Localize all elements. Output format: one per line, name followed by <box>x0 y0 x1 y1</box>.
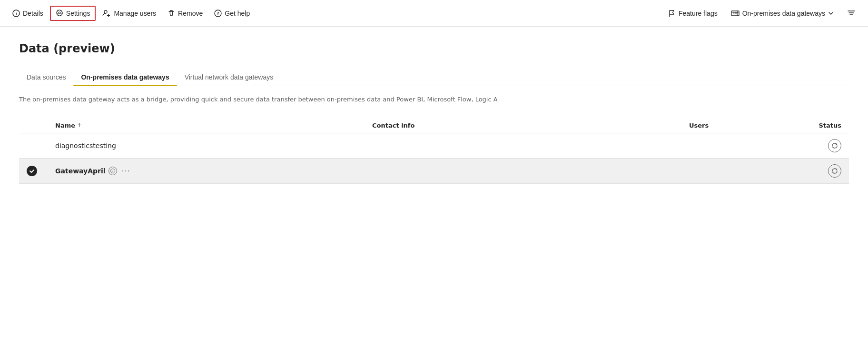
chevron-down-icon <box>828 10 834 16</box>
toolbar-right: Feature flags On-premises data gateways <box>663 7 860 20</box>
filter-button[interactable] <box>842 7 860 20</box>
svg-rect-6 <box>731 11 739 16</box>
refresh-icon <box>828 139 841 152</box>
filter-icon <box>847 10 856 17</box>
table-row[interactable]: diagnosticstesting <box>19 133 849 159</box>
settings-icon <box>56 10 63 17</box>
remove-icon <box>168 10 175 17</box>
col-users: Users <box>689 122 784 129</box>
sort-arrow: ↑ <box>77 122 81 129</box>
page-title: Data (preview) <box>19 42 849 55</box>
svg-text:i: i <box>112 170 113 173</box>
details-label: Details <box>23 10 43 17</box>
svg-text:?: ? <box>217 11 219 16</box>
settings-button[interactable]: Settings <box>50 6 96 21</box>
get-help-button[interactable]: ? Get help <box>209 7 255 20</box>
tabs-container: Data sources On-premises data gateways V… <box>19 69 849 86</box>
row1-status <box>784 139 841 152</box>
row2-selector <box>27 166 55 176</box>
tab-data-sources[interactable]: Data sources <box>19 69 73 86</box>
toolbar: i Details Settings <box>0 0 868 27</box>
more-options-icon[interactable]: ··· <box>120 166 132 177</box>
feature-flags-icon <box>668 10 676 17</box>
row1-name: diagnosticstesting <box>55 142 372 150</box>
description-text: The on-premises data gateway acts as a b… <box>19 96 780 103</box>
table: Name ↑ Contact info Users Status diagnos… <box>19 118 849 184</box>
tab-virtual-network[interactable]: Virtual network data gateways <box>177 69 281 86</box>
main-content: Data (preview) Data sources On-premises … <box>0 27 868 199</box>
get-help-label: Get help <box>225 10 250 17</box>
table-header: Name ↑ Contact info Users Status <box>19 118 849 133</box>
feature-flags-label: Feature flags <box>679 10 718 17</box>
remove-button[interactable]: Remove <box>163 7 207 20</box>
info-icon[interactable]: i <box>108 167 117 175</box>
col-name[interactable]: Name ↑ <box>55 122 372 129</box>
remove-label: Remove <box>178 10 203 17</box>
gateway-dropdown-button[interactable]: On-premises data gateways <box>726 7 838 20</box>
svg-point-2 <box>59 12 60 14</box>
gateway-icon <box>731 10 740 17</box>
manage-users-label: Manage users <box>114 10 156 17</box>
settings-label: Settings <box>66 10 90 17</box>
row2-name: GatewayApril i ··· <box>55 166 372 177</box>
feature-flags-button[interactable]: Feature flags <box>663 7 722 20</box>
get-help-icon: ? <box>214 10 222 17</box>
col-contact: Contact info <box>372 122 689 129</box>
details-icon: i <box>12 10 20 17</box>
refresh-icon <box>828 164 841 178</box>
tab-on-premises[interactable]: On-premises data gateways <box>73 69 177 86</box>
row2-status <box>784 164 841 178</box>
gateway-dropdown-label: On-premises data gateways <box>742 10 825 17</box>
col-selector <box>27 122 55 129</box>
check-icon <box>27 166 37 176</box>
svg-point-3 <box>104 10 107 13</box>
table-row[interactable]: GatewayApril i ··· <box>19 159 849 184</box>
details-button[interactable]: i Details <box>8 7 48 20</box>
manage-users-icon <box>102 10 111 17</box>
col-status: Status <box>784 122 841 129</box>
svg-text:i: i <box>16 11 17 16</box>
toolbar-left: i Details Settings <box>8 6 661 21</box>
manage-users-button[interactable]: Manage users <box>98 7 161 20</box>
